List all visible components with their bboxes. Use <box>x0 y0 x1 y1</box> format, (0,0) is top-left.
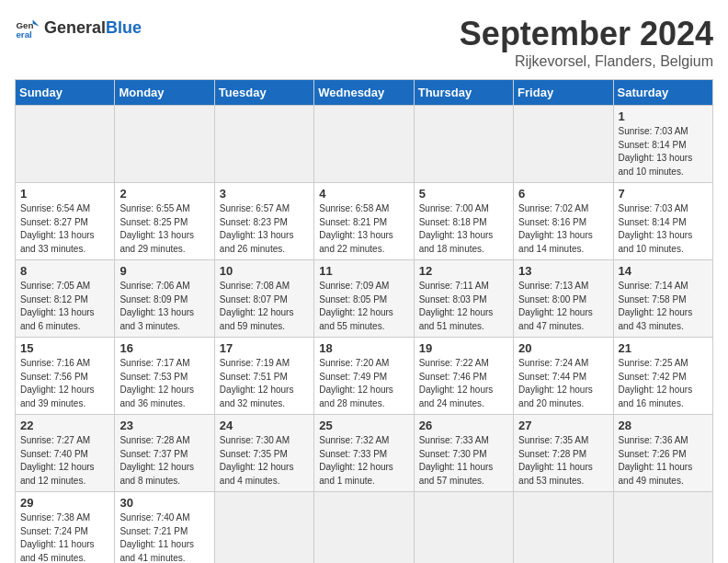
calendar-cell: 1 Sunrise: 6:54 AMSunset: 8:27 PMDayligh… <box>16 183 115 260</box>
svg-marker-3 <box>33 20 40 27</box>
calendar-cell: 27 Sunrise: 7:35 AMSunset: 7:28 PMDaylig… <box>514 415 613 492</box>
calendar-cell: 9 Sunrise: 7:06 AMSunset: 8:09 PMDayligh… <box>115 260 214 338</box>
day-number: 6 <box>518 187 608 201</box>
cell-info: Sunrise: 7:25 AMSunset: 7:42 PMDaylight:… <box>619 357 708 410</box>
calendar-cell: 15 Sunrise: 7:16 AMSunset: 7:56 PMDaylig… <box>16 338 115 415</box>
calendar-cell: 11 Sunrise: 7:09 AMSunset: 8:05 PMDaylig… <box>314 260 414 338</box>
calendar-cell: 25 Sunrise: 7:32 AMSunset: 7:33 PMDaylig… <box>314 415 414 492</box>
calendar-week-row: 1 Sunrise: 6:54 AMSunset: 8:27 PMDayligh… <box>16 183 713 260</box>
col-header-saturday: Saturday <box>613 80 712 106</box>
day-number: 12 <box>419 264 508 278</box>
logo-blue: Blue <box>106 18 142 38</box>
calendar-cell: 3 Sunrise: 6:57 AMSunset: 8:23 PMDayligh… <box>214 183 313 260</box>
calendar-week-row: 8 Sunrise: 7:05 AMSunset: 8:12 PMDayligh… <box>16 260 713 338</box>
calendar-cell: 6 Sunrise: 7:02 AMSunset: 8:16 PMDayligh… <box>514 183 613 260</box>
cell-info: Sunrise: 7:16 AMSunset: 7:56 PMDaylight:… <box>20 357 109 410</box>
day-number: 30 <box>119 496 209 510</box>
cell-info: Sunrise: 7:32 AMSunset: 7:33 PMDaylight:… <box>319 434 408 488</box>
calendar-week-row: 29 Sunrise: 7:38 AMSunset: 7:24 PMDaylig… <box>16 492 713 564</box>
day-number: 10 <box>220 264 309 278</box>
day-number: 1 <box>619 109 708 123</box>
day-number: 1 <box>20 187 109 201</box>
cell-info: Sunrise: 7:02 AMSunset: 8:16 PMDaylight:… <box>518 202 608 256</box>
svg-text:eral: eral <box>16 29 32 40</box>
day-number: 16 <box>119 341 209 355</box>
calendar-cell: 30 Sunrise: 7:40 AMSunset: 7:21 PMDaylig… <box>115 492 214 564</box>
calendar-cell <box>314 106 414 183</box>
col-header-wednesday: Wednesday <box>314 80 414 106</box>
calendar-cell <box>16 106 115 183</box>
calendar-week-row: 22 Sunrise: 7:27 AMSunset: 7:40 PMDaylig… <box>16 415 713 492</box>
cell-info: Sunrise: 7:14 AMSunset: 7:58 PMDaylight:… <box>619 280 708 333</box>
cell-info: Sunrise: 7:17 AMSunset: 7:53 PMDaylight:… <box>119 357 209 410</box>
cell-info: Sunrise: 7:24 AMSunset: 7:44 PMDaylight:… <box>518 357 608 410</box>
cell-info: Sunrise: 7:27 AMSunset: 7:40 PMDaylight:… <box>20 434 109 488</box>
calendar-cell <box>514 492 613 564</box>
cell-info: Sunrise: 7:08 AMSunset: 8:07 PMDaylight:… <box>220 280 309 333</box>
calendar-cell: 28 Sunrise: 7:36 AMSunset: 7:26 PMDaylig… <box>613 415 712 492</box>
cell-info: Sunrise: 7:13 AMSunset: 8:00 PMDaylight:… <box>518 280 608 333</box>
calendar-cell: 20 Sunrise: 7:24 AMSunset: 7:44 PMDaylig… <box>514 338 613 415</box>
day-number: 19 <box>419 341 508 355</box>
calendar-cell <box>314 492 414 564</box>
logo-general: General <box>44 18 106 38</box>
calendar-week-row: 15 Sunrise: 7:16 AMSunset: 7:56 PMDaylig… <box>16 338 713 415</box>
calendar-cell: 10 Sunrise: 7:08 AMSunset: 8:07 PMDaylig… <box>214 260 313 338</box>
calendar-cell: 14 Sunrise: 7:14 AMSunset: 7:58 PMDaylig… <box>613 260 712 338</box>
header: Gen eral GeneralBlue September 2024 Rijk… <box>15 15 713 70</box>
cell-info: Sunrise: 7:06 AMSunset: 8:09 PMDaylight:… <box>119 280 209 333</box>
day-number: 9 <box>119 264 209 278</box>
day-number: 24 <box>220 419 309 432</box>
calendar-cell: 29 Sunrise: 7:38 AMSunset: 7:24 PMDaylig… <box>16 492 115 564</box>
calendar-cell: 21 Sunrise: 7:25 AMSunset: 7:42 PMDaylig… <box>613 338 712 415</box>
calendar-cell <box>214 106 313 183</box>
cell-info: Sunrise: 7:30 AMSunset: 7:35 PMDaylight:… <box>220 434 309 488</box>
day-number: 20 <box>518 341 608 355</box>
col-header-monday: Monday <box>115 80 214 106</box>
day-number: 28 <box>619 419 708 432</box>
cell-info: Sunrise: 7:36 AMSunset: 7:26 PMDaylight:… <box>619 434 708 488</box>
calendar-cell: 1 Sunrise: 7:03 AMSunset: 8:14 PMDayligh… <box>613 106 712 183</box>
day-number: 8 <box>20 264 109 278</box>
calendar-week-row: 1 Sunrise: 7:03 AMSunset: 8:14 PMDayligh… <box>16 106 713 183</box>
calendar-cell: 26 Sunrise: 7:33 AMSunset: 7:30 PMDaylig… <box>414 415 513 492</box>
logo: Gen eral GeneralBlue <box>15 15 142 40</box>
day-number: 22 <box>20 419 109 432</box>
cell-info: Sunrise: 7:19 AMSunset: 7:51 PMDaylight:… <box>220 357 309 410</box>
calendar-cell: 22 Sunrise: 7:27 AMSunset: 7:40 PMDaylig… <box>16 415 115 492</box>
day-number: 25 <box>319 419 408 432</box>
cell-info: Sunrise: 7:03 AMSunset: 8:14 PMDaylight:… <box>619 202 708 256</box>
day-number: 18 <box>319 341 408 355</box>
col-header-friday: Friday <box>514 80 613 106</box>
cell-info: Sunrise: 7:20 AMSunset: 7:49 PMDaylight:… <box>319 357 408 410</box>
cell-info: Sunrise: 6:55 AMSunset: 8:25 PMDaylight:… <box>119 202 209 256</box>
cell-info: Sunrise: 6:58 AMSunset: 8:21 PMDaylight:… <box>319 202 408 256</box>
day-number: 26 <box>419 419 508 432</box>
month-title: September 2024 <box>460 15 713 53</box>
cell-info: Sunrise: 7:11 AMSunset: 8:03 PMDaylight:… <box>419 280 508 333</box>
calendar-cell: 5 Sunrise: 7:00 AMSunset: 8:18 PMDayligh… <box>414 183 513 260</box>
calendar-cell <box>613 492 712 564</box>
calendar-cell <box>414 492 513 564</box>
day-number: 3 <box>220 187 309 201</box>
day-number: 5 <box>419 187 508 201</box>
day-number: 23 <box>119 419 209 432</box>
day-number: 11 <box>319 264 408 278</box>
calendar-cell: 18 Sunrise: 7:20 AMSunset: 7:49 PMDaylig… <box>314 338 414 415</box>
cell-info: Sunrise: 7:33 AMSunset: 7:30 PMDaylight:… <box>419 434 508 488</box>
cell-info: Sunrise: 7:35 AMSunset: 7:28 PMDaylight:… <box>518 434 608 488</box>
logo-text: GeneralBlue <box>44 18 142 38</box>
calendar-cell: 2 Sunrise: 6:55 AMSunset: 8:25 PMDayligh… <box>115 183 214 260</box>
col-header-tuesday: Tuesday <box>214 80 313 106</box>
calendar-cell: 7 Sunrise: 7:03 AMSunset: 8:14 PMDayligh… <box>613 183 712 260</box>
calendar-cell <box>514 106 613 183</box>
calendar-header-row: SundayMondayTuesdayWednesdayThursdayFrid… <box>16 80 713 106</box>
calendar-cell: 8 Sunrise: 7:05 AMSunset: 8:12 PMDayligh… <box>16 260 115 338</box>
cell-info: Sunrise: 6:57 AMSunset: 8:23 PMDaylight:… <box>220 202 309 256</box>
calendar-cell: 12 Sunrise: 7:11 AMSunset: 8:03 PMDaylig… <box>414 260 513 338</box>
day-number: 13 <box>518 264 608 278</box>
cell-info: Sunrise: 7:28 AMSunset: 7:37 PMDaylight:… <box>119 434 209 488</box>
calendar-cell: 24 Sunrise: 7:30 AMSunset: 7:35 PMDaylig… <box>214 415 313 492</box>
day-number: 15 <box>20 341 109 355</box>
day-number: 29 <box>20 496 109 510</box>
